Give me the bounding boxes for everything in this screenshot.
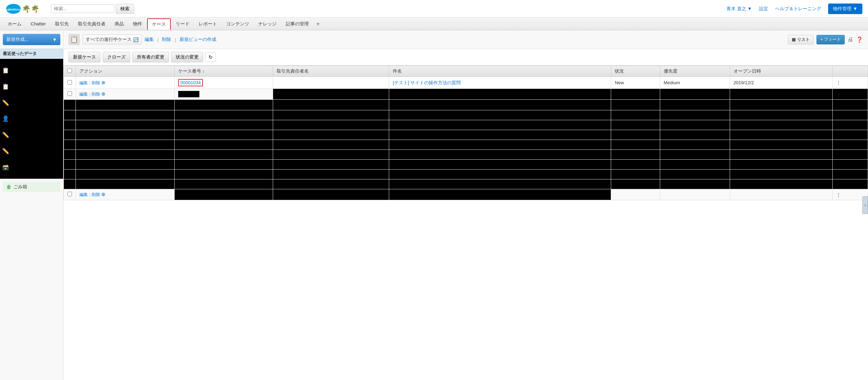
- view-selector[interactable]: すべての進行中ケース 🔃: [83, 35, 142, 44]
- case-number-link[interactable]: [178, 91, 199, 97]
- nav-item-leads[interactable]: リード: [171, 19, 194, 29]
- new-create-button[interactable]: 新規作成... ▼: [3, 34, 60, 45]
- list-icon: ▦: [792, 37, 796, 42]
- nav-item-chatter[interactable]: Chatter: [26, 19, 50, 29]
- header-extra: [832, 66, 868, 77]
- row-overflow-cell: ⋮: [832, 77, 868, 89]
- list-view-button[interactable]: ▦ リスト: [788, 35, 814, 44]
- print-button[interactable]: 🖨: [848, 36, 853, 43]
- sidebar-icon-4: 👤: [2, 115, 9, 122]
- nav-item-home[interactable]: ホーム: [4, 19, 26, 29]
- nav-item-knowledge[interactable]: ナレッジ: [254, 19, 281, 29]
- row-delete-link[interactable]: 削除: [92, 92, 100, 97]
- row-status-cell: [611, 189, 660, 200]
- table-row: [64, 120, 868, 130]
- select-all-checkbox[interactable]: [67, 68, 72, 73]
- nav-item-article-mgmt[interactable]: 記事の管理: [282, 19, 313, 29]
- nav-item-products[interactable]: 商品: [110, 19, 128, 29]
- sidebar: 新規作成... ▼ 最近使ったデータ 📋 📋 ✏️ 👤 ✏️ ✏️ 🗃️ 🗑 ご…: [0, 30, 64, 380]
- salesforce-logo: salesforce 🌴🌴: [6, 4, 40, 14]
- row-checkbox[interactable]: [67, 192, 72, 196]
- subject-link[interactable]: [テスト] サイトの操作方法の質問: [393, 80, 461, 85]
- new-view-link[interactable]: 新規ビューの作成: [180, 36, 216, 43]
- row-plus-icon[interactable]: ⊕: [101, 91, 106, 97]
- header-open-date: オープン日時: [730, 66, 832, 77]
- table-row: [64, 140, 868, 150]
- view-actions: 編集 | 削除 | 新規ビューの作成: [145, 36, 216, 43]
- svg-text:salesforce: salesforce: [6, 8, 21, 11]
- sidebar-icon-7: 🗃️: [2, 164, 9, 171]
- logo-emoji: 🌴🌴: [22, 5, 40, 13]
- collapse-handle[interactable]: ‹: [862, 196, 868, 214]
- sidebar-icon-1: 📋: [2, 67, 9, 74]
- nav-item-content[interactable]: コンテンツ: [222, 19, 253, 29]
- view-header: 📋 すべての進行中ケース 🔃 編集 | 削除 | 新規ビューの作成 ▦ リスト: [64, 30, 868, 49]
- sidebar-recent-data: 📋 📋 ✏️ 👤 ✏️ ✏️ 🗃️: [0, 59, 63, 179]
- case-number-link[interactable]: 00001034: [180, 80, 201, 85]
- refresh-button[interactable]: ↻: [205, 53, 216, 62]
- nav-item-cases[interactable]: ケース: [147, 18, 171, 30]
- search-input[interactable]: [51, 4, 114, 13]
- row-plus-icon[interactable]: ⊕: [101, 191, 106, 197]
- row-checkbox[interactable]: [67, 80, 72, 85]
- help-link[interactable]: ヘルプ＆トレーニング: [775, 6, 821, 12]
- nav-item-contacts[interactable]: 取引先責任者: [74, 19, 110, 29]
- help-icon-button[interactable]: ❓: [856, 36, 863, 43]
- header-case-number[interactable]: ケース番号 ↕: [175, 66, 273, 77]
- change-status-button[interactable]: 状況の変更: [171, 52, 203, 62]
- row-delete-link[interactable]: 削除: [92, 80, 100, 85]
- table-row: [64, 170, 868, 179]
- row-subject-cell: [389, 89, 611, 100]
- row-open-date-cell: 2019/12/2: [730, 77, 832, 89]
- row-action-cell: 編集 | 削除 ⊕: [76, 77, 175, 89]
- row-subject-cell: [テスト] サイトの操作方法の質問: [389, 77, 611, 89]
- row-case-number-cell: [175, 189, 273, 200]
- trash-link[interactable]: 🗑 ごみ箱: [3, 182, 60, 192]
- header-select-all[interactable]: [64, 66, 76, 77]
- header-status: 状況: [611, 66, 660, 77]
- search-button[interactable]: 検索: [116, 4, 134, 14]
- row-plus-icon[interactable]: ⊕: [101, 80, 106, 85]
- view-edit-link[interactable]: 編集: [145, 36, 154, 43]
- nav-item-bukken[interactable]: 物件: [129, 19, 146, 29]
- settings-link[interactable]: 設定: [759, 6, 768, 12]
- sidebar-recent-title: 最近使ったデータ: [0, 49, 63, 59]
- row-checkbox-cell: [64, 77, 76, 89]
- row-subject-cell: [389, 189, 611, 200]
- feed-view-button[interactable]: + フィード: [816, 35, 845, 44]
- bukken-dropdown-icon: ▼: [853, 6, 857, 11]
- nav-item-reports[interactable]: レポート: [194, 19, 221, 29]
- user-menu[interactable]: 青木 直之 ▼: [727, 6, 752, 12]
- row-edit-link[interactable]: 編集: [79, 92, 88, 97]
- new-case-button[interactable]: 新規ケース: [68, 52, 101, 62]
- table-row: 編集: [64, 100, 868, 110]
- cases-table: アクション ケース番号 ↕ 取引先責任者名 件名 状況 優先度 オープン日時: [64, 66, 868, 200]
- sidebar-icon-6: ✏️: [2, 148, 9, 154]
- content-area: 📋 すべての進行中ケース 🔃 編集 | 削除 | 新規ビューの作成 ▦ リスト: [64, 30, 868, 380]
- action-bar: 新規ケース クローズ 所有者の変更 状況の変更 ↻: [64, 49, 868, 66]
- sidebar-icon-3: ✏️: [2, 99, 9, 106]
- change-owner-button[interactable]: 所有者の変更: [132, 52, 169, 62]
- nav-plus[interactable]: +: [314, 19, 323, 29]
- row-account-name-cell: [273, 77, 389, 89]
- row-delete-link[interactable]: 削除: [92, 192, 100, 197]
- row-edit-link[interactable]: 編集: [79, 80, 88, 85]
- row-edit-link[interactable]: 編集: [79, 192, 88, 197]
- header-priority: 優先度: [660, 66, 730, 77]
- row-checkbox-cell: [64, 189, 76, 200]
- header-subject: 件名: [389, 66, 611, 77]
- row-checkbox[interactable]: [67, 91, 72, 96]
- row-case-number-cell: [175, 89, 273, 100]
- bukken-button[interactable]: 物件管理 ▼: [828, 4, 862, 14]
- nav-item-accounts[interactable]: 取引先: [51, 19, 73, 29]
- row-status-cell: New: [611, 77, 660, 89]
- sort-arrow: ↕: [203, 69, 204, 73]
- table-row: [64, 160, 868, 170]
- view-delete-link[interactable]: 削除: [162, 36, 171, 43]
- row-overflow-cell: ⋮: [832, 89, 868, 100]
- table-row: [64, 110, 868, 120]
- row-priority-cell: [660, 189, 730, 200]
- view-header-right: ▦ リスト + フィード 🖨 ❓: [788, 35, 863, 44]
- new-create-dropdown-icon: ▼: [52, 37, 57, 42]
- close-button[interactable]: クローズ: [103, 52, 130, 62]
